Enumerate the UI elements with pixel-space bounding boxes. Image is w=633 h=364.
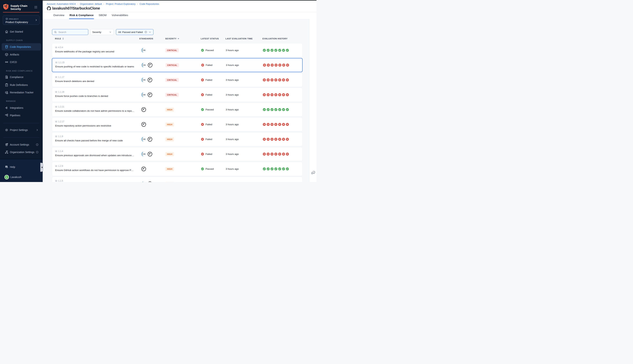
standards-cell: CIS — [137, 73, 163, 87]
sidebar-item-help[interactable]: ? Help — [2, 163, 41, 171]
status-label: Passed — [206, 168, 214, 170]
sidebar-item-get-started[interactable]: Get Started — [2, 28, 41, 35]
status-label: Failed — [206, 138, 212, 140]
project-name: Product Exploratory — [6, 21, 28, 24]
sidebar-item-compliance[interactable]: Compliance — [2, 74, 41, 81]
sidebar-item-ci-cd[interactable]: CI/CD — [2, 58, 41, 66]
severity-badge: CRITICAL — [166, 48, 179, 52]
status-passed-icon — [201, 167, 204, 170]
sidebar-item-remediation-tracker[interactable]: Remediation Tracker — [2, 89, 41, 96]
latest-status-cell: Failed — [198, 132, 223, 146]
history-pass-icon — [270, 108, 274, 111]
rule-id: Id: 1.2.9 — [55, 165, 135, 167]
org-gear-icon — [5, 150, 8, 154]
latest-status-cell: Passed — [198, 162, 223, 176]
breadcrumb-link-organization-default[interactable]: Organization: default — [80, 2, 102, 5]
table-row-id-1-1-17[interactable]: Id: 1.1.17Ensure branch deletions are de… — [52, 73, 302, 87]
sidebar-item-organization-settings[interactable]: Organization Settings — [2, 148, 41, 156]
last-evaluation-time-cell: 3 hours ago — [223, 44, 260, 57]
history-fail-icon — [286, 123, 289, 126]
column-header-rule[interactable]: RULE — [52, 37, 137, 40]
breadcrumb-link-account-automation-ssca[interactable]: Account: Automation-SSCA — [47, 2, 76, 5]
column-header-severity[interactable]: SEVERITY — [163, 37, 198, 40]
brand-accent-divider — [3, 12, 40, 12]
search-box[interactable] — [52, 29, 88, 35]
status-label: Failed — [206, 64, 212, 66]
severity-badge: HIGH — [166, 182, 174, 182]
severity-cell: CRITICAL — [163, 44, 198, 57]
column-label: STANDARDS — [139, 38, 153, 40]
sidebar-item-integrations[interactable]: Integrations — [2, 104, 41, 112]
cis-standard-badge-icon: CIS — [141, 152, 146, 156]
standards-cell: CIS — [137, 44, 163, 57]
rule-cell: Id: 1.2.9Ensure GitHub action workflows … — [52, 162, 137, 176]
tab-sbom[interactable]: SBOM — [98, 12, 107, 19]
table-row-id-1-1-16[interactable]: Id: 1.1.16Ensure force pushes code to br… — [52, 88, 302, 102]
history-fail-icon — [286, 78, 289, 82]
rule-cell: Id: 1.2.21Ensure outside collaborators d… — [52, 103, 137, 116]
table-row-id-1-1-4[interactable]: Id: 1.1.4Ensure previous approvals are d… — [52, 147, 302, 161]
severity-cell: HIGH — [163, 162, 198, 176]
tab-risk-compliance[interactable]: Risk & Compliance — [69, 12, 94, 19]
last-evaluation-time-cell: 3 hours ago — [223, 103, 260, 116]
sidebar-item-account-settings[interactable]: Account Settings — [2, 141, 41, 148]
chat-support-icon[interactable] — [311, 170, 316, 175]
sidebar-item-project-settings[interactable]: Project Settings — [2, 126, 41, 134]
status-passed-icon — [201, 108, 204, 111]
tab-vulnerabilities[interactable]: Vulnerabilities — [111, 12, 128, 19]
latest-status-cell: Failed — [198, 58, 223, 72]
sidebar-section-supply-chain: SUPPLY CHAIN — [6, 39, 23, 42]
history-pass-icon — [278, 167, 281, 171]
avatar: L — [4, 175, 9, 180]
standards-cell — [137, 103, 163, 116]
infinity-icon — [5, 60, 8, 64]
rule-cell: Id: 1.1.16Ensure force pushes code to br… — [52, 88, 137, 102]
sidebar-item-code-repositories[interactable]: Code Repositories — [2, 43, 41, 50]
table-row-id-1-2-17[interactable]: Id: 1.2.17Ensure repository action permi… — [52, 117, 302, 132]
sidebar-collapse-handle[interactable] — [40, 163, 44, 172]
sidebar-item-artifacts[interactable]: Artifacts — [2, 51, 41, 58]
rule-id: Id: 1.1.5 — [55, 180, 135, 182]
history-pass-icon — [266, 48, 270, 52]
breadcrumb-link-project-product-exploratory[interactable]: Project: Product Exploratory — [106, 2, 136, 5]
column-label: SEVERITY — [165, 38, 176, 40]
sidebar-user[interactable]: L Lavakush — [2, 174, 41, 181]
evaluation-history-cell — [260, 73, 302, 87]
table-row-id-1-1-5[interactable]: Id: 1.1.5CISHIGHFailed3 hours ago — [52, 177, 302, 182]
owasp-standard-badge-icon — [148, 78, 152, 82]
column-label: EVALUATION HISTORY — [262, 38, 288, 40]
sidebar-item-rule-definitions[interactable]: Rule Definitions — [2, 81, 41, 88]
window-top-strip — [0, 0, 316, 0]
table-row-id-1-2-9[interactable]: Id: 1.2.9Ensure GitHub action workflows … — [52, 162, 302, 176]
last-evaluation-time-cell: 3 hours ago — [223, 58, 260, 72]
sidebar-item-label: Code Repositories — [10, 46, 31, 48]
severity-filter-dropdown[interactable]: Severity — [90, 29, 114, 35]
table-row-id-1-1-15[interactable]: Id: 1.1.15Ensure pushing of new code is … — [52, 58, 302, 72]
status-filter-dropdown[interactable]: All: Passed and Failed — [116, 29, 154, 35]
history-fail-icon — [286, 63, 289, 67]
clear-filter-icon[interactable] — [144, 30, 147, 34]
table-row-id-1-2-21[interactable]: Id: 1.2.21Ensure outside collaborators d… — [52, 102, 302, 117]
document-search-icon — [5, 75, 8, 79]
evaluation-history-cell — [260, 147, 302, 161]
history-fail-icon — [286, 93, 289, 96]
app-switcher-grid-icon[interactable] — [34, 6, 37, 9]
status-label: Passed — [206, 49, 214, 52]
severity-cell: CRITICAL — [163, 58, 198, 72]
tab-overview[interactable]: Overview — [53, 12, 65, 19]
project-selector[interactable]: PROJECT Product Exploratory — [3, 16, 40, 25]
rule-cell: Id: 1.1.5 — [52, 177, 137, 182]
table-row-id-4-3-4[interactable]: Id: 4.3.4Ensure webhooks of the package … — [52, 43, 302, 57]
owasp-standard-badge-icon — [148, 181, 152, 182]
evaluation-time: 3 hours ago — [226, 108, 239, 111]
pipelines-icon — [5, 114, 8, 117]
sidebar-item-label: Integrations — [10, 106, 23, 109]
status-label: Failed — [206, 94, 212, 96]
search-input[interactable] — [58, 30, 86, 34]
history-pass-icon — [270, 167, 274, 171]
history-pass-icon — [274, 167, 278, 171]
sidebar-item-pipelines[interactable]: Pipelines — [2, 112, 41, 119]
severity-cell: HIGH — [163, 118, 198, 131]
breadcrumb-link-code-repositories[interactable]: Code Repositories — [140, 2, 159, 5]
table-row-id-1-1-9[interactable]: Id: 1.1.9Ensure all checks have passed b… — [52, 132, 302, 146]
